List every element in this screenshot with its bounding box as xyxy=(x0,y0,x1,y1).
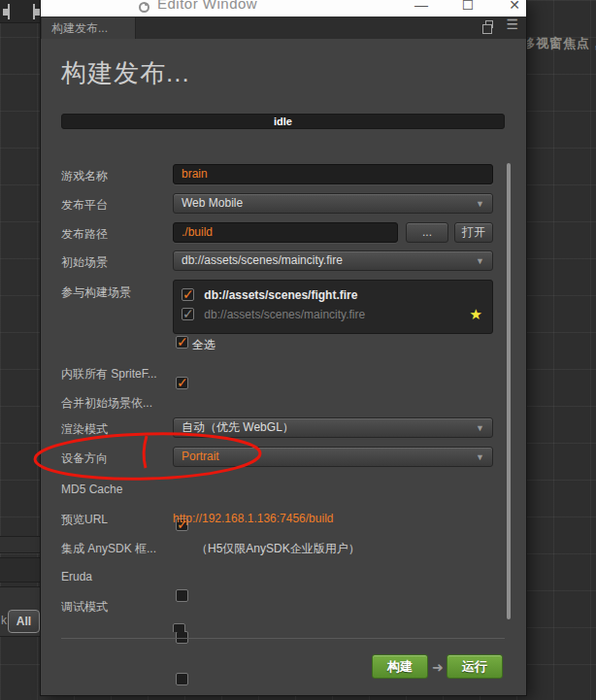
progress-status: idle xyxy=(274,116,292,127)
start-scene-label: 初始场景 xyxy=(61,254,170,271)
scene-path: db://assets/scenes/fight.fire xyxy=(204,288,357,302)
chevron-down-icon: ▼ xyxy=(476,194,484,214)
orientation-label: 设备方向 xyxy=(61,450,170,467)
titlebar[interactable]: Editor Window — ☐ ✕ xyxy=(41,0,526,17)
chevron-down-icon: ▼ xyxy=(476,448,484,467)
open-button[interactable]: 打开 xyxy=(454,222,493,243)
scene-checkbox-checked[interactable] xyxy=(182,288,194,301)
eruda-label: Eruda xyxy=(61,570,170,583)
scene-checkbox-disabled xyxy=(182,308,194,320)
scene-path: db://assets/scenes/maincity.fire xyxy=(204,308,365,321)
all-button[interactable]: All xyxy=(8,610,40,633)
app-icon xyxy=(139,2,149,13)
run-button[interactable]: 运行 xyxy=(447,654,503,679)
chevron-down-icon: ▼ xyxy=(476,418,484,438)
select-all-label: 全选 xyxy=(192,337,215,353)
md5-cache-label: MD5 Cache xyxy=(61,483,170,496)
included-scenes-label: 参与构建场景 xyxy=(61,284,170,301)
build-path-input[interactable]: ./build xyxy=(173,222,398,243)
background-panel-band xyxy=(0,536,41,553)
build-path-label: 发布路径 xyxy=(61,226,170,243)
anysdk-label: 集成 AnySDK 框... xyxy=(61,541,170,557)
game-name-label: 游戏名称 xyxy=(61,168,170,184)
game-name-input[interactable]: brain xyxy=(173,164,493,184)
maximize-icon[interactable]: ☐ xyxy=(454,0,481,16)
cutoff-row xyxy=(173,623,367,632)
scene-list-item[interactable]: db://assets/scenes/fight.fire xyxy=(182,286,484,306)
inline-spriteframe-label: 内联所有 SpriteF... xyxy=(61,366,170,383)
render-mode-label: 渲染模式 xyxy=(61,421,170,438)
anysdk-note: （H5仅限AnySDK企业版用户） xyxy=(196,541,360,557)
platform-value: Web Mobile xyxy=(182,196,243,210)
anysdk-checkbox[interactable] xyxy=(176,589,188,602)
truncated-text-fragment: k xyxy=(1,614,7,627)
inline-spriteframe-checkbox[interactable] xyxy=(176,377,188,389)
cutoff-checkbox xyxy=(173,623,185,632)
merge-scene-label: 合并初始场景依... xyxy=(61,395,170,412)
build-progress-bar: idle xyxy=(61,114,505,129)
background-toolbar xyxy=(0,0,41,23)
window-title: Editor Window xyxy=(157,0,257,12)
background-panel-band xyxy=(0,557,41,583)
panel-menu-icon[interactable]: ☰ xyxy=(506,17,518,32)
start-scene-select[interactable]: db://assets/scenes/maincity.fire ▼ xyxy=(173,250,493,271)
preview-url-link[interactable]: http://192.168.1.136:7456/build xyxy=(173,512,333,525)
orientation-select[interactable]: Portrait ▼ xyxy=(173,447,493,467)
build-dialog-window: Editor Window — ☐ ✕ 构建发布... ☰ 构建发布... id… xyxy=(41,0,526,695)
arrow-right-icon: ➜ xyxy=(432,659,444,675)
select-all-checkbox[interactable] xyxy=(176,336,188,349)
close-icon[interactable]: ✕ xyxy=(501,0,526,16)
transform-tool-icon xyxy=(2,4,16,19)
build-button[interactable]: 构建 xyxy=(372,654,428,679)
preview-url-label: 预览URL xyxy=(61,512,170,528)
transform-tool-icon xyxy=(27,4,41,19)
start-scene-value: db://assets/scenes/maincity.fire xyxy=(182,253,343,267)
orientation-value: Portrait xyxy=(182,450,219,463)
debug-mode-checkbox[interactable] xyxy=(176,673,188,685)
platform-label: 发布平台 xyxy=(61,197,170,214)
star-icon: ★ xyxy=(470,307,482,322)
scene-list: db://assets/scenes/fight.fire db://asset… xyxy=(173,280,493,334)
page-title: 构建发布... xyxy=(61,56,190,90)
popout-panel-icon[interactable] xyxy=(485,20,493,28)
browse-button[interactable]: ... xyxy=(406,222,448,243)
platform-select[interactable]: Web Mobile ▼ xyxy=(173,193,493,214)
footer-divider xyxy=(61,638,505,639)
scrollbar-thumb[interactable] xyxy=(507,163,511,619)
background-focus-text: 移视窗焦点， xyxy=(522,35,596,52)
tab-build-publish[interactable]: 构建发布... xyxy=(42,17,136,39)
chevron-down-icon: ▼ xyxy=(476,251,484,271)
minimize-icon[interactable]: — xyxy=(408,0,435,16)
render-mode-value: 自动（优先 WebGL） xyxy=(182,420,294,434)
render-mode-select[interactable]: 自动（优先 WebGL） ▼ xyxy=(173,417,493,438)
debug-mode-label: 调试模式 xyxy=(61,599,170,616)
tab-bar: 构建发布... ☰ xyxy=(41,17,526,39)
scene-list-item[interactable]: db://assets/scenes/maincity.fire ★ xyxy=(182,306,484,325)
